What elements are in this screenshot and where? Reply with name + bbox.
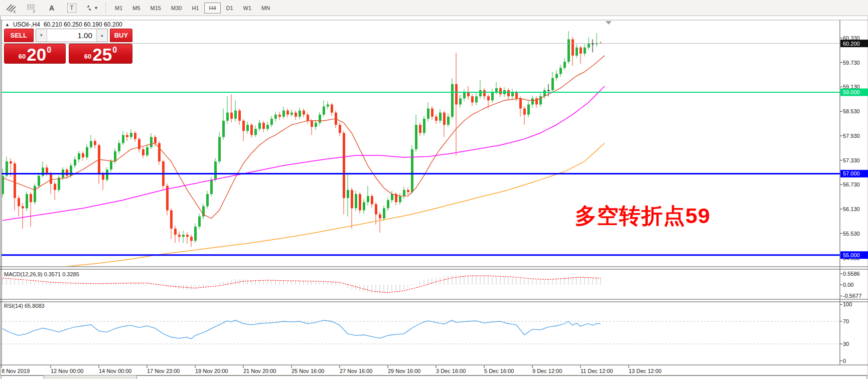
chart-annotation-text: 多空转折点59 xyxy=(575,202,710,231)
date-label: 9 Dec 12:00 xyxy=(532,368,562,374)
ohlc-values: 60.210 60.250 60.190 60.200 xyxy=(44,21,122,28)
rsi-layer xyxy=(2,320,840,344)
price-axis: 60.33059.73059.13058.53057.93057.33056.7… xyxy=(840,35,868,261)
price-tick-label: 57.330 xyxy=(843,157,860,163)
date-label: 11 Dec 12:00 xyxy=(581,368,613,374)
macd-signal-line xyxy=(3,276,601,293)
date-label: 14 Nov 00:00 xyxy=(99,368,131,374)
moving-averages-layer xyxy=(3,56,605,267)
price-tick-label: 59.730 xyxy=(843,60,860,66)
ma-mid-magenta xyxy=(3,86,605,221)
symbol-label: USOil-,H4 xyxy=(13,21,40,28)
price-badge: 55.000 xyxy=(843,252,860,258)
pane-borders xyxy=(0,20,868,365)
mt4-terminal: E F A T ▼ M1M5M15M30H1H4D1W1MN 60.33059.… xyxy=(0,0,868,379)
macd-label: MACD(12,26,9) 0.3571 0.3285 xyxy=(4,271,79,277)
buy-price-panel[interactable]: 60 25 0 xyxy=(69,44,132,64)
rsi-label: RSI(14) 65.8083 xyxy=(4,303,45,309)
volume-stepper: ▼ ▲ xyxy=(36,29,108,42)
rsi-axis: 10070300 xyxy=(840,301,852,364)
current-price-badge: 60.200 xyxy=(843,41,860,47)
date-label: 8 Nov 2019 xyxy=(2,368,30,374)
date-label: 29 Nov 16:00 xyxy=(388,368,420,374)
price-tick-label: 57.930 xyxy=(843,133,860,139)
macd-axis: 0.55860.00-0.5677 xyxy=(840,271,861,299)
date-axis: 8 Nov 201912 Nov 00:0014 Nov 00:0017 Nov… xyxy=(2,365,661,374)
date-label: 21 Nov 20:00 xyxy=(243,368,276,374)
macd-tick-label: 0.00 xyxy=(843,282,853,288)
sell-price-main: 20 xyxy=(27,47,46,63)
date-label: 3 Dec 16:00 xyxy=(436,368,466,374)
chart-shift-marker[interactable] xyxy=(606,21,612,25)
sell-price-prefix: 60 xyxy=(19,53,26,60)
ma-fast-red xyxy=(3,56,605,219)
price-tick-label: 55.530 xyxy=(843,231,860,237)
hline-layer xyxy=(2,44,840,255)
date-label: 17 Nov 23:00 xyxy=(147,368,180,374)
chart-title: ▲ USOil-,H4 60.210 60.250 60.190 60.200 xyxy=(5,21,122,28)
price-badge: 57.000 xyxy=(843,170,860,176)
sell-price-sup: 0 xyxy=(47,46,51,55)
buy-button[interactable]: BUY xyxy=(110,29,132,42)
buy-price-main: 25 xyxy=(92,47,112,63)
ma-slow-orange xyxy=(67,143,605,267)
sell-price-panel[interactable]: 60 20 0 xyxy=(4,44,66,64)
macd-tick-label: 0.5586 xyxy=(843,271,860,277)
sell-button[interactable]: SELL xyxy=(4,29,34,42)
rsi-tick-label: 70 xyxy=(843,318,849,324)
rsi-tick-label: 0 xyxy=(843,358,846,364)
volume-increase-button[interactable]: ▲ xyxy=(96,29,107,42)
price-tick-label: 56.730 xyxy=(843,181,860,187)
buy-price-sup: 0 xyxy=(112,46,117,55)
buy-price-prefix: 60 xyxy=(84,53,91,60)
one-click-trading-panel: SELL ▼ ▲ BUY 60 20 0 60 25 0 xyxy=(4,29,132,64)
macd-tick-label: -0.5677 xyxy=(843,293,861,299)
date-label: 12 Nov 00:00 xyxy=(51,368,83,374)
price-tick-label: 58.530 xyxy=(843,108,860,114)
date-label: 25 Nov 16:00 xyxy=(292,368,324,374)
macd-layer xyxy=(3,275,601,293)
rsi-line xyxy=(3,320,601,339)
date-label: 27 Nov 16:00 xyxy=(340,368,372,374)
date-label: 19 Nov 20:00 xyxy=(195,368,228,374)
date-label: 13 Dec 12:00 xyxy=(629,368,661,374)
rsi-tick-label: 30 xyxy=(843,341,849,347)
volume-input[interactable] xyxy=(47,29,96,42)
date-label: 5 Dec 16:00 xyxy=(484,368,514,374)
volume-decrease-button[interactable]: ▼ xyxy=(36,29,47,42)
price-badge: 59.000 xyxy=(843,89,860,95)
collapse-arrow-icon[interactable]: ▲ xyxy=(5,22,10,27)
rsi-tick-label: 100 xyxy=(843,301,852,307)
price-tick-label: 56.130 xyxy=(843,206,860,212)
